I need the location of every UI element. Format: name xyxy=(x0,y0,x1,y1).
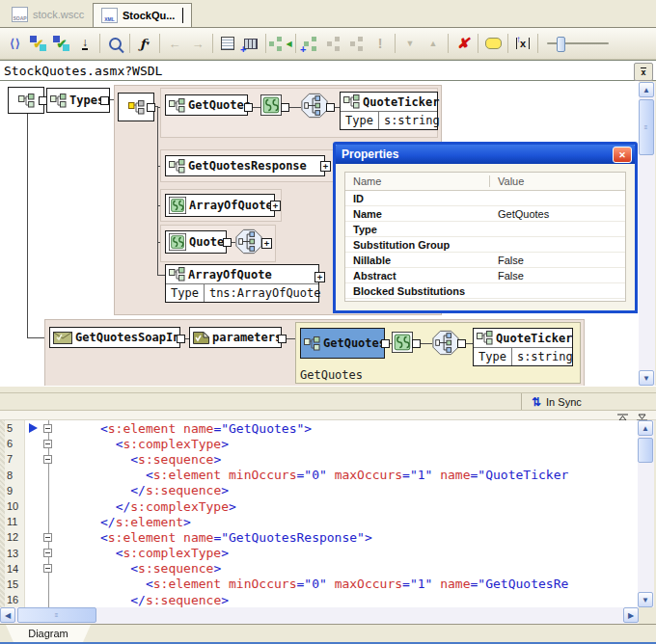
diagram-scrollbar[interactable]: ▲ ≡ ▼ xyxy=(639,82,655,386)
scroll-down-button[interactable]: ▼ xyxy=(638,592,653,607)
expand-button[interactable]: + xyxy=(270,201,281,211)
code-text[interactable]: <s:element name="GetQuotesResponse"> xyxy=(55,530,372,545)
fold-collapse-icon[interactable] xyxy=(43,440,52,448)
fold-collapse-icon[interactable] xyxy=(43,564,52,573)
pane-splitter[interactable] xyxy=(0,386,656,393)
expand-button[interactable]: + xyxy=(320,161,331,172)
scroll-up-button[interactable]: ▲ xyxy=(639,82,654,97)
node-handle[interactable] xyxy=(39,96,47,105)
property-row[interactable]: AbstractFalse xyxy=(345,268,625,283)
sequence-node[interactable] xyxy=(301,93,328,121)
expand-button[interactable]: + xyxy=(261,238,272,249)
node-handle[interactable] xyxy=(457,339,466,348)
node-handle[interactable] xyxy=(326,103,335,112)
zoom-slider[interactable] xyxy=(541,33,615,54)
code-text[interactable]: <s:sequence> xyxy=(55,561,221,576)
element-icon xyxy=(343,94,360,109)
property-value[interactable]: False xyxy=(490,270,524,282)
element-quoteticker[interactable]: QuoteTicker Types:string xyxy=(473,328,573,366)
property-row[interactable]: Blocked Substitutions xyxy=(345,283,625,299)
property-value[interactable]: GetQuotes xyxy=(490,208,549,220)
complextype-arrayofquote[interactable]: ArrayOfQuote xyxy=(165,194,275,217)
node-handle[interactable] xyxy=(244,103,253,112)
element-getquotes[interactable]: GetQuotes xyxy=(165,94,248,116)
xml-source-editor[interactable]: 5 <s:element name="GetQuotes">6 <s:compl… xyxy=(0,420,638,607)
code-text[interactable]: </s:sequence> xyxy=(55,593,229,607)
code-horizontal-scrollbar[interactable]: ◀ ≡ ▶ xyxy=(0,607,639,624)
add-child-node-button[interactable]: + xyxy=(299,33,322,54)
property-row[interactable]: Type xyxy=(345,222,625,237)
sequence-node[interactable] xyxy=(235,228,262,256)
address-input[interactable]: StockQuotes.asmx?WSDL xyxy=(4,64,162,78)
node-handle[interactable] xyxy=(177,335,185,343)
complextype-node[interactable] xyxy=(260,94,282,118)
address-collapse-button[interactable]: x xyxy=(634,63,653,81)
scroll-thumb[interactable]: ≡ xyxy=(17,607,96,623)
save-result-button[interactable]: ↓ xyxy=(73,33,96,54)
tab-diagram-view[interactable]: Diagram xyxy=(6,625,91,642)
expand-button[interactable]: + xyxy=(314,272,325,282)
element-quoteticker[interactable]: QuoteTicker Types:string xyxy=(340,92,438,130)
tab-stockquotes[interactable]: XML StockQu... xyxy=(93,3,192,27)
scroll-thumb[interactable] xyxy=(638,438,653,463)
element-getquotesresponse[interactable]: GetQuotesResponse xyxy=(165,155,325,176)
scroll-right-button[interactable]: ▶ xyxy=(623,607,639,623)
fold-collapse-icon[interactable] xyxy=(43,455,52,464)
element-getquotes-selected[interactable]: GetQuotes xyxy=(300,328,385,359)
code-text[interactable]: <s:complexType> xyxy=(55,546,229,560)
sync-selection-button[interactable]: x↑ xyxy=(511,33,534,54)
element-icon xyxy=(169,159,185,174)
delete-node-button[interactable]: ✘ xyxy=(451,33,475,54)
format-xml-button[interactable]: ⟨⟩ xyxy=(4,33,27,54)
collapse-diagram-button[interactable]: ◀ xyxy=(269,33,292,54)
fold-collapse-icon[interactable] xyxy=(43,424,52,433)
code-vertical-scrollbar[interactable]: ▲ ▼ xyxy=(638,420,654,607)
fold-collapse-icon[interactable] xyxy=(43,549,52,557)
add-table-button[interactable]: + xyxy=(239,33,262,54)
node-handle[interactable] xyxy=(281,103,289,112)
code-text[interactable]: </s:complexType> xyxy=(55,499,236,514)
element-arrayofquote[interactable]: ArrayOfQuote Typetns:ArrayOfQuote xyxy=(165,264,319,303)
scroll-left-button[interactable]: ◀ xyxy=(0,607,15,623)
code-text[interactable]: <s:element minOccurs="0" maxOccurs="1" n… xyxy=(55,468,568,482)
code-text[interactable]: <s:sequence> xyxy=(55,452,221,467)
message-getquotessoapin[interactable]: GetQuotesSoapIn xyxy=(49,327,180,348)
web-preview-button[interactable] xyxy=(103,33,126,54)
node-handle[interactable] xyxy=(412,339,421,348)
collapse-down-icon[interactable] xyxy=(636,412,648,419)
node-handle[interactable] xyxy=(278,335,287,343)
check-well-formed-button[interactable]: ✔ xyxy=(27,33,50,54)
sequence-node[interactable] xyxy=(432,330,459,358)
node-handle[interactable] xyxy=(223,238,232,247)
properties-title-bar[interactable]: Properties xyxy=(336,145,635,164)
validate-schema-button[interactable]: ✔ xyxy=(50,33,73,54)
tab-stock-wscc[interactable]: SOAP stock.wscc xyxy=(4,3,92,26)
property-row[interactable]: ID xyxy=(345,191,625,206)
property-row[interactable]: NillableFalse xyxy=(345,253,625,268)
property-row[interactable]: Substitution Group xyxy=(345,237,625,253)
code-text[interactable]: <s:element minOccurs="0" maxOccurs="1" n… xyxy=(55,577,568,591)
scroll-down-button[interactable]: ▼ xyxy=(639,370,654,386)
property-row[interactable]: NameGetQuotes xyxy=(345,206,625,222)
code-text[interactable]: <s:complexType> xyxy=(55,437,229,451)
property-value[interactable]: False xyxy=(490,255,524,266)
collapse-up-icon[interactable] xyxy=(616,412,629,419)
code-text[interactable]: </s:element> xyxy=(55,515,191,529)
property-row[interactable]: Final Substitutions xyxy=(345,299,625,302)
node-handle[interactable] xyxy=(147,103,155,112)
add-comment-button[interactable] xyxy=(481,33,505,54)
code-text[interactable]: <s:element name="GetQuotes"> xyxy=(55,421,312,436)
fold-collapse-icon[interactable] xyxy=(43,533,52,542)
complextype-node[interactable] xyxy=(392,332,413,355)
scroll-thumb[interactable]: ≡ xyxy=(639,99,654,155)
toolbar-separator xyxy=(99,34,100,53)
function-menu-button[interactable]: ƒ▾ xyxy=(133,33,156,54)
close-icon[interactable]: ✕ xyxy=(613,147,632,163)
complextype-quote[interactable]: Quote xyxy=(165,230,227,254)
part-parameters[interactable]: parameters xyxy=(189,327,282,348)
node-handle[interactable] xyxy=(100,96,109,105)
show-documentation-button[interactable] xyxy=(216,33,239,54)
node-handle[interactable] xyxy=(381,339,390,348)
code-text[interactable]: </s:sequence> xyxy=(55,483,229,497)
scroll-up-button[interactable]: ▲ xyxy=(638,420,653,436)
